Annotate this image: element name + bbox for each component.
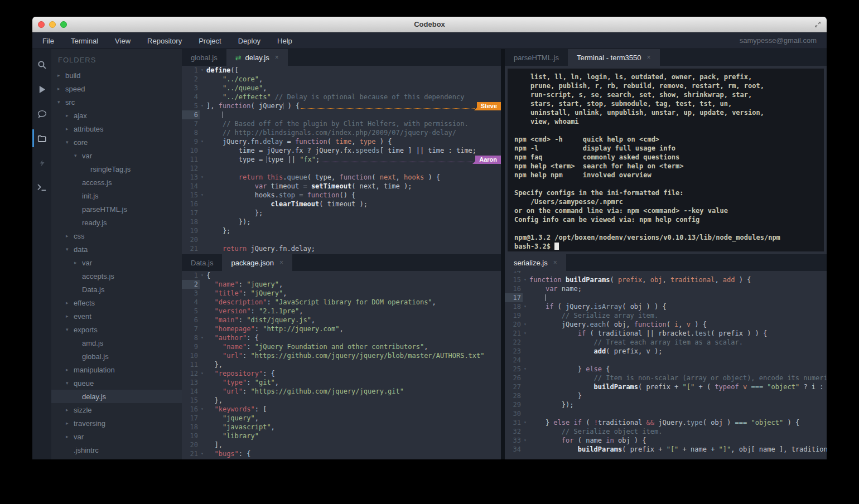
tree-item-sizzle[interactable]: ▸sizzle bbox=[51, 403, 182, 416]
code-line[interactable]: 15 }, bbox=[182, 396, 501, 405]
fold-icon[interactable]: ▾ bbox=[523, 436, 529, 445]
code-line[interactable]: 31▾ } else if ( !traditional && jQuery.t… bbox=[505, 418, 827, 427]
activity-chat-icon[interactable] bbox=[32, 101, 51, 126]
tree-item-speed[interactable]: ▸speed bbox=[51, 82, 182, 95]
code-line[interactable]: 8 // http://blindsignals.com/index.php/2… bbox=[182, 128, 501, 137]
code-line[interactable]: 4 "description": "JavaScript library for… bbox=[182, 298, 501, 307]
code-line[interactable]: 32 // Serialize object item. bbox=[505, 427, 827, 436]
code-line[interactable]: 18 }); bbox=[182, 217, 501, 226]
tree-item-data[interactable]: ▾data bbox=[51, 243, 182, 256]
code-line[interactable]: 20 bbox=[182, 235, 501, 244]
activity-folder-icon[interactable] bbox=[32, 126, 51, 151]
tree-item-global-js[interactable]: global.js bbox=[51, 350, 182, 363]
fold-icon[interactable]: ▾ bbox=[523, 418, 529, 427]
tab-terminal-term3550[interactable]: Terminal - term3550× bbox=[568, 49, 660, 66]
tree-item-rsingleTag-js[interactable]: rsingleTag.js bbox=[51, 162, 182, 176]
code-line[interactable]: 11 }, bbox=[182, 360, 501, 369]
code-line[interactable]: 12 bbox=[182, 164, 501, 173]
tree-item-var[interactable]: ▸var bbox=[51, 430, 182, 443]
code-line[interactable]: 13 "type": "git", bbox=[182, 378, 501, 387]
code-line[interactable]: 13▾ return this.queue( type, function( n… bbox=[182, 173, 501, 182]
fold-icon[interactable]: ▾ bbox=[200, 173, 206, 182]
code-line[interactable]: 23 add( prefix, v ); bbox=[505, 347, 827, 356]
menu-help[interactable]: Help bbox=[277, 37, 292, 45]
tree-item-amd-js[interactable]: amd.js bbox=[51, 336, 182, 350]
tree-item-core[interactable]: ▾core bbox=[51, 135, 182, 149]
code-line[interactable]: 9▾ jQuery.fn.delay = function( time, typ… bbox=[182, 137, 501, 146]
activity-terminal-icon[interactable] bbox=[32, 175, 51, 200]
code-line[interactable]: 25▾ } else { bbox=[505, 365, 827, 374]
code-line[interactable]: 7 "homepage": "http://jquery.com", bbox=[182, 324, 501, 333]
tab-delay-js[interactable]: ⇄delay.js× bbox=[226, 49, 288, 66]
tab-package-json[interactable]: package.json× bbox=[222, 254, 292, 271]
code-line[interactable]: 10 "url": "https://github.com/jquery/jqu… bbox=[182, 351, 501, 360]
tree-item-Data-js[interactable]: Data.js bbox=[51, 283, 182, 296]
code-line[interactable]: 28 } bbox=[505, 391, 827, 400]
code-line[interactable]: 14 bbox=[505, 271, 827, 275]
close-icon[interactable]: × bbox=[279, 259, 283, 266]
code-line[interactable]: 10 time = jQuery.fx ? jQuery.fx.speeds[ … bbox=[182, 146, 501, 155]
menu-view[interactable]: View bbox=[115, 37, 131, 45]
tree-item-build[interactable]: ▸build bbox=[51, 69, 182, 82]
fold-icon[interactable]: ▾ bbox=[523, 365, 529, 374]
tree-item-traversing[interactable]: ▸traversing bbox=[51, 416, 182, 430]
fold-icon[interactable]: ▾ bbox=[523, 302, 529, 311]
tree-item-manipulation[interactable]: ▸manipulation bbox=[51, 363, 182, 376]
code-line[interactable]: 16▾ "keywords": [ bbox=[182, 405, 501, 414]
tree-item-effects[interactable]: ▸effects bbox=[51, 296, 182, 309]
close-icon[interactable]: × bbox=[553, 259, 557, 266]
code-line[interactable]: 14 "url": "https://github.com/jquery/jqu… bbox=[182, 387, 501, 396]
fold-icon[interactable]: ▾ bbox=[200, 66, 206, 75]
tree-item-delay-js[interactable]: delay.js bbox=[51, 390, 182, 403]
code-line[interactable]: 3 "../queue", bbox=[182, 84, 501, 93]
fold-icon[interactable]: ▾ bbox=[200, 405, 206, 414]
code-line[interactable]: 6 "main": "dist/jquery.js", bbox=[182, 316, 501, 324]
tree-item-queue[interactable]: ▾queue bbox=[51, 376, 182, 390]
code-line[interactable]: 6 bbox=[182, 110, 501, 119]
menu-project[interactable]: Project bbox=[199, 37, 221, 45]
tab-serialize-js[interactable]: serialize.js× bbox=[505, 254, 566, 271]
code-line[interactable]: 19 }; bbox=[182, 226, 501, 235]
code-line[interactable]: 29 }); bbox=[505, 400, 827, 409]
tree-item-ajax-js[interactable]: ajax.js bbox=[51, 457, 182, 459]
code-line[interactable]: 12▾ "repository": { bbox=[182, 369, 501, 378]
tree-item-init-js[interactable]: init.js bbox=[51, 189, 182, 202]
fold-icon[interactable]: ▾ bbox=[523, 329, 529, 338]
code-line[interactable]: 14 var timeout = setTimeout( next, time … bbox=[182, 182, 501, 191]
code-line[interactable]: 2 "../core", bbox=[182, 75, 501, 84]
code-line[interactable]: 8▾ "author": { bbox=[182, 333, 501, 342]
code-line[interactable]: 2 "name": "jquery", bbox=[182, 280, 501, 289]
code-line[interactable]: 24 bbox=[505, 356, 827, 365]
fold-icon[interactable]: ▾ bbox=[200, 369, 206, 378]
tree-item-access-js[interactable]: access.js bbox=[51, 176, 182, 189]
code-line[interactable]: 7 // Based off of the plugin by Clint He… bbox=[182, 119, 501, 128]
tree-item-src[interactable]: ▾src bbox=[51, 95, 182, 109]
tree-item-ready-js[interactable]: ready.js bbox=[51, 216, 182, 229]
pane-divider[interactable] bbox=[501, 49, 505, 459]
fold-icon[interactable]: ▾ bbox=[200, 449, 206, 458]
code-line[interactable]: 15▾function buildParams( prefix, obj, tr… bbox=[505, 275, 827, 284]
code-line[interactable]: 21▾ if ( traditional || rbracket.test( p… bbox=[505, 329, 827, 338]
code-line[interactable]: 11 type = type || "fx";Aaron bbox=[182, 155, 501, 164]
activity-search-icon[interactable] bbox=[32, 52, 51, 77]
code-line[interactable]: 34 buildParams( prefix + "[" + name + "]… bbox=[505, 445, 827, 454]
code-line[interactable]: 1▾{ bbox=[182, 271, 501, 280]
menu-deploy[interactable]: Deploy bbox=[238, 37, 260, 45]
code-line[interactable]: 26 // Item is non-scalar (array or objec… bbox=[505, 374, 827, 382]
menu-file[interactable]: File bbox=[42, 37, 54, 45]
tree-item-ajax[interactable]: ▸ajax bbox=[51, 109, 182, 122]
code-line[interactable]: 21 return jQuery.fn.delay; bbox=[182, 244, 501, 253]
code-editor[interactable]: 1▾define([2 "../core",3 "../queue",4 "..… bbox=[182, 66, 501, 254]
code-line[interactable]: 5▾], function( jQuery ) {Steve bbox=[182, 101, 501, 110]
tab-data-js[interactable]: Data.js bbox=[182, 254, 222, 271]
code-line[interactable]: 17 "jquery", bbox=[182, 414, 501, 423]
tab-global-js[interactable]: global.js bbox=[182, 49, 226, 66]
terminal-pane[interactable]: list, ll, ln, login, ls, outdated, owner… bbox=[505, 66, 827, 254]
tree-item-exports[interactable]: ▾exports bbox=[51, 323, 182, 336]
tree-item-jshintrc[interactable]: .jshintrc bbox=[51, 443, 182, 457]
tree-item-css[interactable]: ▸css bbox=[51, 229, 182, 243]
code-editor[interactable]: 1▾{2 "name": "jquery",3 "title": "jQuery… bbox=[182, 271, 501, 459]
fold-icon[interactable]: ▾ bbox=[523, 275, 529, 284]
code-line[interactable]: 19 // Serialize array item. bbox=[505, 311, 827, 320]
menu-repository[interactable]: Repository bbox=[147, 37, 182, 45]
